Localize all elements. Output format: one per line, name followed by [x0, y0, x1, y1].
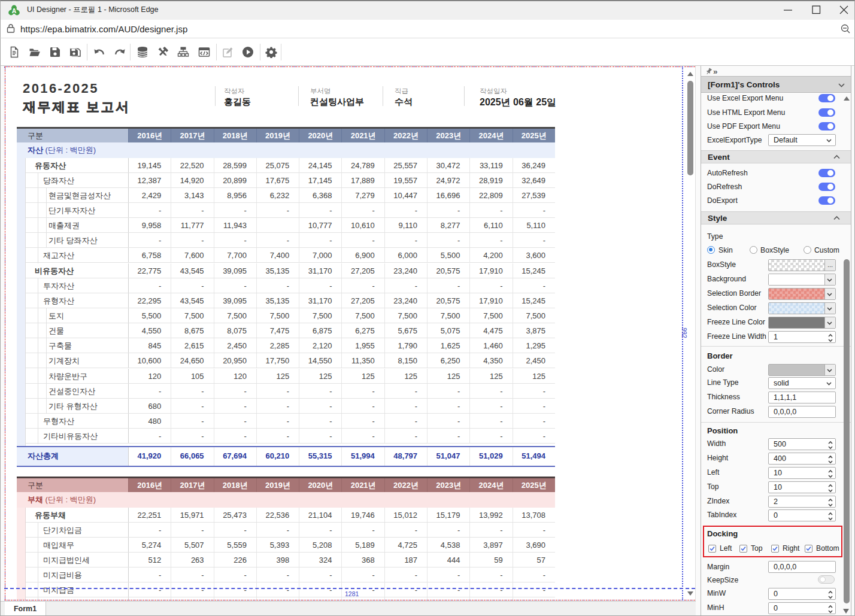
svg-text:A: A — [12, 7, 17, 14]
